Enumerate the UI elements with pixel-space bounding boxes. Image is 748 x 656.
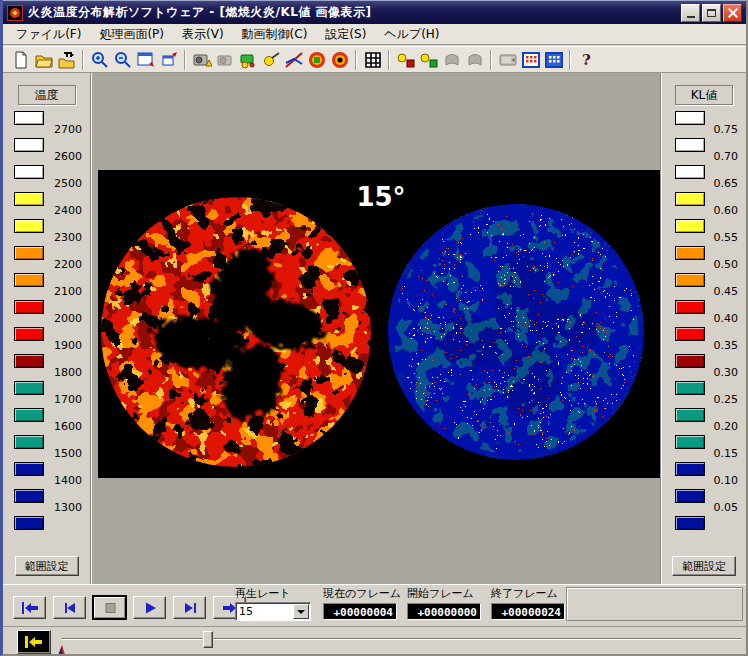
toolbar-separator bbox=[82, 50, 84, 70]
capture-device-icon[interactable] bbox=[236, 48, 259, 71]
next-frame-icon bbox=[180, 600, 200, 616]
scale-row: 2700 bbox=[3, 111, 90, 138]
frame-field-label: 終了フレーム bbox=[491, 586, 565, 601]
frame-field-label: 現在のフレーム bbox=[323, 586, 397, 601]
scale-row: 0.20 bbox=[662, 408, 746, 435]
scale-row bbox=[662, 516, 746, 543]
frame-value-display: +00000004 bbox=[323, 603, 397, 620]
angle-label: 15° bbox=[356, 182, 405, 212]
temperature-range-button[interactable]: 範囲設定 bbox=[15, 556, 79, 576]
scale-row: 0.50 bbox=[662, 246, 746, 273]
color-swatch bbox=[14, 192, 44, 206]
help-icon[interactable]: ? bbox=[575, 48, 598, 71]
scale-row: 2600 bbox=[3, 138, 90, 165]
main-area: 温度 2700 2600 2500 bbox=[3, 73, 746, 584]
stop-button[interactable] bbox=[93, 596, 126, 619]
rate-label: 再生レート bbox=[235, 586, 325, 601]
flame-red-icon[interactable] bbox=[328, 48, 351, 71]
scale-tick-label: 2600 bbox=[54, 150, 82, 163]
zoom-out-icon[interactable] bbox=[111, 48, 134, 71]
open-folder-icon[interactable] bbox=[32, 48, 55, 71]
frame-field: 開始フレーム +00000000 bbox=[407, 586, 481, 620]
menu-bar: ファイル(F) 処理画面(P) 表示(V) 動画制御(C) 設定(S) ヘルプ(… bbox=[3, 24, 746, 45]
menu-item[interactable]: 動画制御(C) bbox=[233, 24, 317, 45]
color-swatch bbox=[14, 381, 44, 395]
camera-gray-icon[interactable] bbox=[440, 48, 463, 71]
monitor-icon[interactable] bbox=[496, 48, 519, 71]
color-swatch bbox=[675, 327, 705, 341]
close-icon bbox=[728, 8, 738, 18]
grid-icon[interactable] bbox=[361, 48, 384, 71]
color-swatch bbox=[675, 408, 705, 422]
scale-tick-label: 2700 bbox=[54, 123, 82, 136]
color-swatch bbox=[14, 111, 44, 125]
color-swatch bbox=[675, 354, 705, 368]
color-swatch bbox=[14, 165, 44, 179]
color-swatch bbox=[675, 381, 705, 395]
toolbar-separator bbox=[355, 50, 357, 70]
kl-range-button[interactable]: 範囲設定 bbox=[672, 556, 736, 576]
chevron-down-icon[interactable] bbox=[293, 604, 309, 619]
play-button[interactable] bbox=[133, 596, 166, 619]
scale-row: 0.30 bbox=[662, 354, 746, 381]
scale-tick-label: 0.75 bbox=[714, 123, 739, 136]
go-to-start-icon bbox=[20, 600, 40, 616]
scale-row: 0.10 bbox=[662, 462, 746, 489]
measure-ball-icon[interactable] bbox=[259, 48, 282, 71]
kl-scale-title: KL値 bbox=[675, 85, 733, 105]
reduce-view-icon[interactable] bbox=[157, 48, 180, 71]
minimize-icon bbox=[687, 16, 695, 18]
menu-item[interactable]: ヘルプ(H) bbox=[375, 24, 448, 45]
capture-disabled-icon[interactable] bbox=[213, 48, 236, 71]
go-to-start-button[interactable] bbox=[13, 596, 46, 619]
temperature-scale-panel: 温度 2700 2600 2500 bbox=[3, 73, 91, 584]
camera-gray2-icon[interactable] bbox=[463, 48, 486, 71]
minimize-button[interactable] bbox=[681, 4, 700, 22]
scale-row: 1400 bbox=[3, 462, 90, 489]
zoom-in-icon[interactable] bbox=[88, 48, 111, 71]
scale-row: 2200 bbox=[3, 246, 90, 273]
close-button[interactable] bbox=[723, 4, 742, 22]
rate-dropdown[interactable]: 15 bbox=[235, 602, 311, 621]
menu-item[interactable]: 設定(S) bbox=[316, 24, 375, 45]
menu-item[interactable]: 処理画面(P) bbox=[90, 24, 173, 45]
scale-row: 0.65 bbox=[662, 165, 746, 192]
stop-icon bbox=[100, 600, 120, 616]
capture-warning-icon[interactable] bbox=[190, 48, 213, 71]
transport-bar: 再生レート 15 現在のフレーム +00000004 開始フレーム +00000… bbox=[3, 584, 746, 626]
color-swatch bbox=[14, 354, 44, 368]
scale-tick-label: 2200 bbox=[54, 258, 82, 271]
new-file-icon[interactable] bbox=[9, 48, 32, 71]
color-swatch bbox=[14, 246, 44, 260]
flame-green-icon[interactable] bbox=[305, 48, 328, 71]
color-swatch bbox=[14, 219, 44, 233]
toolbar: ? bbox=[3, 46, 746, 73]
scale-tick-label: 2000 bbox=[54, 312, 82, 325]
frame-slider-track[interactable] bbox=[61, 638, 741, 640]
kl-scale-panel: KL値 0.75 0.70 0.65 bbox=[661, 73, 746, 584]
return-to-start-button[interactable] bbox=[17, 630, 51, 654]
window-title: 火炎温度分布解析ソフトウェア - [燃焼火炎/KL値 画像表示] bbox=[28, 4, 372, 21]
frame-slider-thumb[interactable] bbox=[203, 631, 213, 648]
menu-item[interactable]: 表示(V) bbox=[173, 24, 233, 45]
enlarge-view-icon[interactable] bbox=[134, 48, 157, 71]
color-swatch bbox=[14, 138, 44, 152]
menu-item[interactable]: ファイル(F) bbox=[7, 24, 90, 45]
title-bar: 火炎温度分布解析ソフトウェア - [燃焼火炎/KL値 画像表示] bbox=[3, 0, 746, 24]
previous-frame-button[interactable] bbox=[53, 596, 86, 619]
scale-tick-label: 1900 bbox=[54, 339, 82, 352]
scale-tick-label: 0.45 bbox=[714, 285, 739, 298]
frame-marker-red-icon[interactable] bbox=[394, 48, 417, 71]
next-frame-button[interactable] bbox=[173, 596, 206, 619]
toolbar-separator bbox=[184, 50, 186, 70]
graph-icon[interactable] bbox=[282, 48, 305, 71]
scale-row: 0.45 bbox=[662, 273, 746, 300]
export-folder-icon[interactable] bbox=[55, 48, 78, 71]
toolbar-separator bbox=[388, 50, 390, 70]
frame-marker-green-icon[interactable] bbox=[417, 48, 440, 71]
pixel-grid-red-icon[interactable] bbox=[519, 48, 542, 71]
scale-tick-label: 1600 bbox=[54, 420, 82, 433]
restore-button[interactable] bbox=[702, 4, 721, 22]
restore-icon bbox=[707, 9, 716, 17]
pixel-grid-white-icon[interactable] bbox=[542, 48, 565, 71]
